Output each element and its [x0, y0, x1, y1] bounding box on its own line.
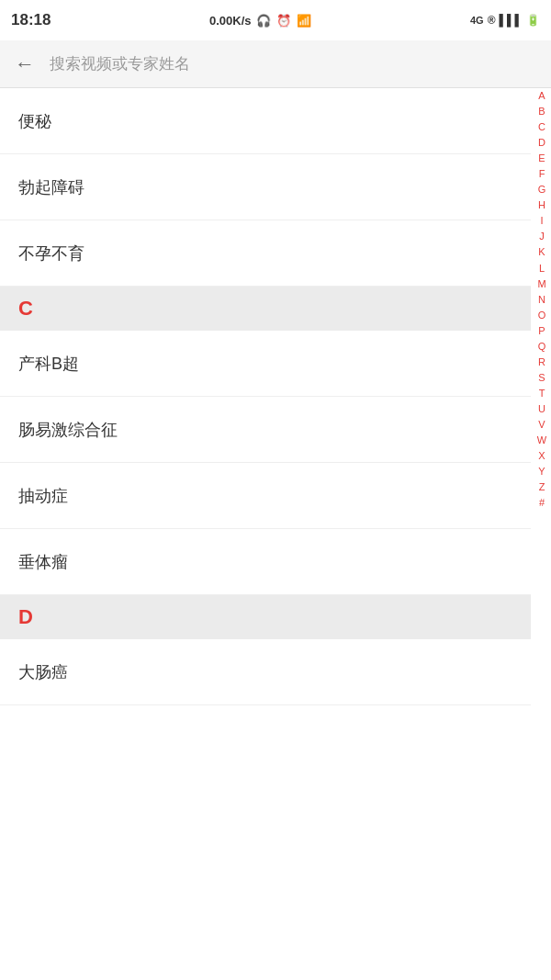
registered-icon: ® — [488, 14, 496, 27]
alpha-item-g[interactable]: G — [538, 182, 546, 197]
alpha-item-u[interactable]: U — [538, 401, 545, 417]
network-speed: 0.00K/s — [209, 14, 252, 28]
list-item-text: 肠易激综合征 — [18, 419, 118, 441]
list-item[interactable]: 大肠癌 — [0, 639, 531, 705]
alpha-item-i[interactable]: I — [540, 213, 543, 229]
section-header-label: C — [18, 297, 33, 321]
list-item[interactable]: 垂体瘤 — [0, 529, 531, 595]
alpha-item-t[interactable]: T — [539, 386, 545, 401]
alpha-item-v[interactable]: V — [538, 417, 545, 433]
alpha-item-x[interactable]: X — [538, 448, 545, 464]
list-item[interactable]: 产科B超 — [0, 331, 531, 397]
status-center: 0.00K/s 🎧 ⏰ 📶 — [209, 14, 312, 28]
list-item-text: 不孕不育 — [18, 242, 84, 265]
section-header-label: D — [18, 605, 33, 629]
section-header-d: D — [0, 595, 531, 639]
list-item-text: 产科B超 — [18, 353, 79, 375]
alpha-item-l[interactable]: L — [539, 261, 545, 276]
alpha-item-b[interactable]: B — [538, 104, 545, 119]
alpha-item-q[interactable]: Q — [538, 339, 546, 355]
alarm-icon: ⏰ — [276, 14, 291, 28]
alpha-item-f[interactable]: F — [539, 166, 545, 182]
alpha-item-y[interactable]: Y — [538, 464, 545, 479]
alpha-item-#[interactable]: # — [539, 495, 545, 511]
alpha-item-o[interactable]: O — [538, 308, 546, 323]
alpha-item-w[interactable]: W — [537, 433, 546, 448]
alpha-item-n[interactable]: N — [538, 292, 545, 308]
headphone-icon: 🎧 — [256, 14, 271, 28]
list-item[interactable]: 勃起障碍 — [0, 154, 531, 220]
alphabet-sidebar: ABCDEFGHIJKLMNOPQRSTUVWXYZ# — [533, 88, 551, 511]
alpha-item-m[interactable]: M — [537, 276, 545, 292]
signal-4g-icon: 4G — [470, 15, 484, 26]
list-item-text: 便秘 — [18, 110, 51, 132]
header: ← 搜索视频或专家姓名 — [0, 40, 551, 88]
list-item[interactable]: 不孕不育 — [0, 220, 531, 287]
alpha-item-d[interactable]: D — [538, 135, 545, 151]
signal-bars-icon: ▌▌▌ — [499, 14, 523, 27]
list-container: 便秘勃起障碍不孕不育C产科B超肠易激综合征抽动症垂体瘤D大肠癌 — [0, 88, 551, 705]
alpha-item-k[interactable]: K — [538, 244, 545, 260]
section-header-c: C — [0, 287, 531, 331]
battery-icon: 🔋 — [526, 14, 540, 27]
back-button[interactable]: ← — [15, 54, 35, 74]
list-item-text: 大肠癌 — [18, 661, 68, 683]
list-item[interactable]: 肠易激综合征 — [0, 397, 531, 463]
alpha-item-r[interactable]: R — [538, 355, 545, 370]
list-item[interactable]: 抽动症 — [0, 463, 531, 529]
alpha-item-e[interactable]: E — [538, 151, 545, 166]
list-item-text: 抽动症 — [18, 485, 68, 507]
search-placeholder[interactable]: 搜索视频或专家姓名 — [50, 53, 536, 74]
alpha-item-p[interactable]: P — [538, 323, 545, 339]
status-right: 4G ® ▌▌▌ 🔋 — [470, 14, 540, 27]
list-item-text: 勃起障碍 — [18, 176, 84, 198]
alpha-item-c[interactable]: C — [538, 119, 545, 135]
alpha-item-a[interactable]: A — [538, 88, 545, 104]
list-item[interactable]: 便秘 — [0, 88, 531, 154]
alpha-item-h[interactable]: H — [538, 197, 545, 213]
alpha-item-s[interactable]: S — [538, 370, 545, 386]
alpha-item-z[interactable]: Z — [539, 479, 545, 495]
wifi-icon: 📶 — [297, 14, 311, 28]
status-time: 18:18 — [11, 11, 51, 29]
list-item-text: 垂体瘤 — [18, 551, 68, 573]
alpha-item-j[interactable]: J — [539, 229, 545, 244]
status-bar: 18:18 0.00K/s 🎧 ⏰ 📶 4G ® ▌▌▌ 🔋 — [0, 0, 551, 40]
